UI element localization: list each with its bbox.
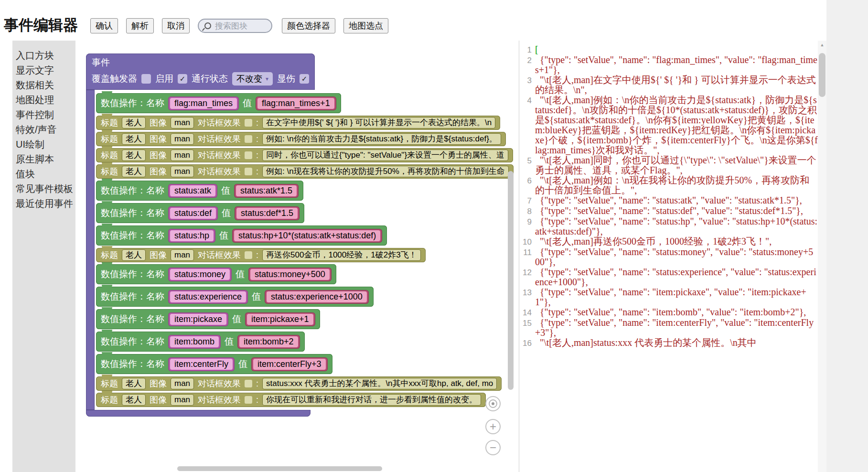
block-setvalue-row[interactable]: 数值操作：名称status:def值status:def*1.5: [96, 203, 304, 223]
block-text-row[interactable]: 标题老人图像man对话框效果:同时，你也可以通过{"type": "setVal…: [96, 148, 513, 162]
value-field-text: flag:man_times+1: [257, 98, 334, 109]
title-field[interactable]: 老人: [122, 378, 146, 389]
sidebar-item[interactable]: 事件控制: [12, 107, 75, 122]
sidebar-item[interactable]: 值块: [12, 167, 75, 182]
text-field[interactable]: 同时，你也可以通过{"type": "setValue"}来设置一个勇士的属性、…: [262, 150, 508, 161]
pass-state-dropdown[interactable]: 不改变 ▾: [232, 72, 273, 86]
scroll-up-icon[interactable]: ▲: [818, 41, 826, 49]
block-text-row[interactable]: 标题老人图像man对话框效果:你现在可以重新和我进行对话，进一步看到属性值的改变…: [96, 393, 486, 407]
dialog-effect-checkbox[interactable]: [245, 151, 252, 159]
sidebar-item[interactable]: 特效/声音: [12, 122, 75, 137]
value-field[interactable]: status:money+500: [248, 268, 332, 281]
name-field[interactable]: item:bomb: [168, 335, 221, 349]
color-picker-button[interactable]: 颜色选择器: [282, 18, 335, 33]
dialog-effect-checkbox[interactable]: [245, 119, 252, 127]
image-field[interactable]: man: [171, 166, 194, 177]
code-line: 3 "\t[老人,man]在文字中使用${' ${ '}和 } 可以计算并显示一…: [519, 75, 818, 95]
name-field[interactable]: flag:man_times: [168, 97, 239, 110]
block-setvalue-row[interactable]: 数值操作：名称status:hp值status:hp+10*(status:at…: [96, 225, 387, 246]
sidebar-item[interactable]: 地图处理: [12, 93, 75, 107]
show-damage-checkbox[interactable]: ✓: [300, 74, 309, 84]
setvalue-value-label: 值: [236, 268, 245, 280]
text-field[interactable]: 在文字中使用${' ${ '}和 } 可以计算并显示一个表达式的结果。\n: [262, 117, 495, 129]
text-field[interactable]: 你现在可以重新和我进行对话，进一步看到属性值的改变。: [262, 394, 481, 406]
title-field[interactable]: 老人: [122, 249, 146, 261]
name-field[interactable]: status:experience: [168, 290, 248, 304]
cancel-button[interactable]: 取消: [162, 18, 190, 33]
sidebar-item[interactable]: UI绘制: [12, 137, 75, 152]
sidebar-item[interactable]: 最近使用事件: [12, 196, 75, 211]
dialog-effect-checkbox[interactable]: [245, 396, 252, 404]
map-pick-button[interactable]: 地图选点: [343, 18, 388, 33]
event-block[interactable]: 事件 覆盖触发器 启用 ✓ 通行状态 不改变 ▾ 显伤 ✓ 数值操作：名称fla…: [86, 54, 514, 417]
confirm-button[interactable]: 确认: [90, 18, 118, 33]
sidebar-item[interactable]: 入口方块: [12, 48, 75, 63]
block-text-row[interactable]: 标题老人图像man对话框效果:例如: \n现在我将让你的攻防提升50%，再将攻防…: [96, 164, 514, 179]
block-text-row[interactable]: 标题老人图像man对话框效果:例如: \n你的当前攻击力是${status:at…: [96, 132, 506, 146]
image-field[interactable]: man: [171, 394, 194, 406]
block-setvalue-row[interactable]: 数值操作：名称item:centerFly值item:centerFly+3: [96, 354, 332, 374]
image-field[interactable]: man: [171, 249, 194, 261]
dialog-effect-checkbox[interactable]: [245, 251, 252, 259]
text-field[interactable]: 再送你500金币，1000经验，1破2炸3飞！: [262, 249, 421, 261]
name-field[interactable]: status:def: [168, 206, 218, 220]
image-field[interactable]: man: [171, 150, 194, 161]
sidebar-item[interactable]: 显示文字: [12, 63, 75, 78]
title-field[interactable]: 老人: [122, 133, 146, 145]
editor-scrollbar[interactable]: ▲: [818, 41, 826, 472]
block-setvalue-row[interactable]: 数值操作：名称flag:man_times值flag:man_times+1: [96, 93, 341, 113]
value-field[interactable]: flag:man_times+1: [256, 97, 336, 110]
dialog-effect-checkbox[interactable]: [245, 380, 252, 387]
sidebar-item[interactable]: 常见事件模板: [12, 182, 75, 196]
title-field[interactable]: 老人: [122, 150, 146, 161]
dialog-effect-checkbox[interactable]: [245, 135, 252, 143]
override-trigger-checkbox[interactable]: [141, 74, 151, 84]
zoom-out-button[interactable]: −: [485, 440, 501, 455]
block-text-row[interactable]: 标题老人图像man对话框效果:再送你500金币，1000经验，1破2炸3飞！: [96, 248, 426, 262]
value-field[interactable]: status:hp+10*(status:atk+status:def): [232, 229, 382, 243]
canvas-vertical-scrollbar[interactable]: [508, 171, 514, 390]
block-text-row[interactable]: 标题老人图像man对话框效果:在文字中使用${' ${ '}和 } 可以计算并显…: [96, 116, 500, 130]
title-field[interactable]: 老人: [122, 394, 146, 406]
image-field[interactable]: man: [171, 133, 194, 145]
value-field[interactable]: status:def*1.5: [235, 206, 300, 220]
value-field[interactable]: item:bomb+2: [237, 335, 300, 349]
text-field[interactable]: 例如: \n现在我将让你的攻防提升50%，再将攻防和的十倍加到生命: [262, 166, 509, 177]
code-editor[interactable]: 1[2 {"type": "setValue", "name": "flag:m…: [519, 41, 826, 472]
block-workspace[interactable]: 事件 覆盖触发器 启用 ✓ 通行状态 不改变 ▾ 显伤 ✓ 数值操作：名称fla…: [75, 41, 519, 472]
event-block-header[interactable]: 事件 覆盖触发器 启用 ✓ 通行状态 不改变 ▾ 显伤 ✓: [86, 54, 315, 90]
code-lines[interactable]: 1[2 {"type": "setValue", "name": "flag:m…: [519, 44, 818, 472]
value-field[interactable]: status:experience+1000: [265, 290, 369, 304]
search-input[interactable]: 搜索图块: [198, 19, 272, 33]
zoom-reset-button[interactable]: [485, 396, 501, 411]
block-setvalue-row[interactable]: 数值操作：名称status:money值status:money+500: [96, 264, 336, 284]
enabled-checkbox[interactable]: ✓: [178, 74, 187, 84]
canvas-horizontal-scrollbar[interactable]: [177, 466, 382, 471]
name-field[interactable]: status:hp: [168, 229, 215, 243]
sidebar-item[interactable]: 数据相关: [12, 78, 75, 93]
value-field[interactable]: item:pickaxe+1: [245, 312, 315, 326]
sidebar-item[interactable]: 原生脚本: [12, 152, 75, 167]
parse-button[interactable]: 解析: [126, 18, 154, 33]
name-field[interactable]: item:centerFly: [168, 357, 235, 371]
block-setvalue-row[interactable]: 数值操作：名称item:bomb值item:bomb+2: [96, 332, 305, 352]
image-field[interactable]: man: [171, 378, 194, 389]
zoom-in-button[interactable]: +: [485, 419, 501, 434]
colon-label: :: [256, 395, 258, 405]
name-field[interactable]: status:atk: [168, 184, 217, 198]
value-field[interactable]: item:centerFly+3: [251, 357, 328, 371]
title-field[interactable]: 老人: [122, 166, 146, 177]
editor-scrollbar-thumb[interactable]: [819, 53, 825, 97]
image-field[interactable]: man: [171, 117, 194, 129]
block-text-row[interactable]: 标题老人图像man对话框效果:status:xxx 代表勇士的某个属性。\n其中…: [96, 376, 502, 391]
block-setvalue-row[interactable]: 数值操作：名称status:atk值status:atk*1.5: [96, 181, 303, 201]
name-field[interactable]: status:money: [168, 268, 232, 281]
name-field[interactable]: item:pickaxe: [168, 312, 228, 326]
value-field[interactable]: status:atk*1.5: [234, 184, 299, 198]
block-setvalue-row[interactable]: 数值操作：名称item:pickaxe值item:pickaxe+1: [96, 309, 320, 329]
title-field[interactable]: 老人: [122, 117, 146, 129]
block-setvalue-row[interactable]: 数值操作：名称status:experience值status:experien…: [96, 287, 374, 307]
text-field[interactable]: 例如: \n你的当前攻击力是${status:atk}，防御力是${status…: [262, 133, 501, 145]
text-field[interactable]: status:xxx 代表勇士的某个属性。\n其中xxx可取hp, atk, d…: [262, 378, 497, 389]
dialog-effect-checkbox[interactable]: [245, 168, 252, 175]
